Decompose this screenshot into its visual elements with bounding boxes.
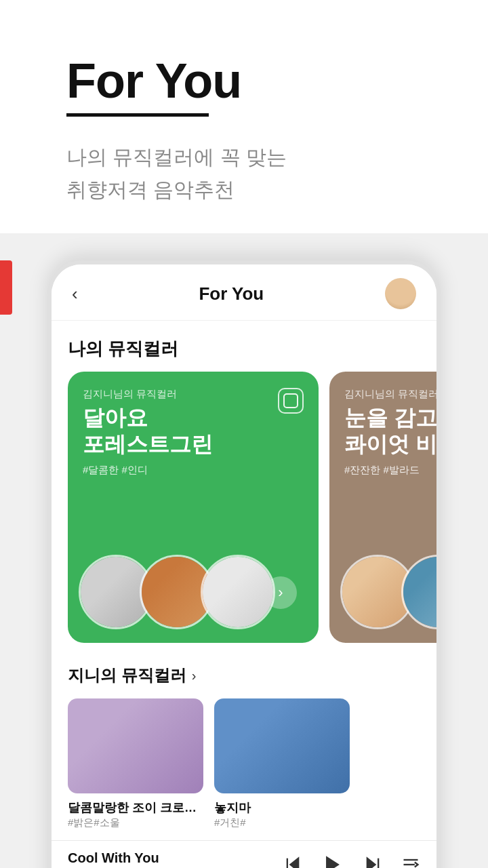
player-play-button[interactable]: [321, 853, 344, 868]
player-next-button[interactable]: [363, 855, 382, 868]
card-brown-tags: #잔잔한 #발라드: [344, 464, 436, 477]
card-green-title: 달아요 포레스트그린: [83, 405, 304, 457]
title-underline: [66, 113, 209, 117]
card-brown-label: 김지니님의 뮤직컬러: [344, 388, 436, 401]
card-brown-title: 눈을 감고 콰이엇 비스코: [344, 405, 436, 457]
genie-title-row: 지니의 뮤직컬러 ›: [68, 665, 420, 686]
player-artist: NewJeans: [68, 866, 283, 868]
svg-marker-2: [326, 856, 340, 868]
music-color-title: 나의 뮤직컬러: [68, 337, 420, 361]
music-card-brown[interactable]: 김지니님의 뮤직컬러 눈을 감고 콰이엇 비스코 #잔잔한 #발라드: [329, 372, 436, 643]
genie-card-1-tag: #거친#: [214, 816, 350, 829]
svg-marker-3: [367, 859, 375, 868]
card-green-label: 김지니님의 뮤직컬러: [83, 388, 304, 401]
img-3-bg: [203, 557, 273, 627]
avatar-image: [385, 278, 416, 309]
player-controls: [283, 853, 420, 868]
card-image-3: [201, 555, 275, 629]
genie-card-1[interactable]: 놓지마 #거친#: [214, 698, 350, 829]
genie-cards-row: 달콤말랑한 조이 크로커스 #밝은#소울 놓지마 #거친#: [68, 698, 420, 829]
genie-title: 지니의 뮤직컬러: [68, 665, 186, 686]
player-queue-button[interactable]: [401, 855, 420, 868]
img-5-bg: [403, 557, 436, 627]
genie-card-0-tag: #밝은#소울: [68, 816, 203, 829]
genie-arrow[interactable]: ›: [192, 668, 197, 684]
page-title: For You: [66, 54, 422, 108]
music-cards-row: 김지니님의 뮤직컬러 달아요 포레스트그린 #달콤한 #인디: [52, 372, 436, 643]
card-image-5: [401, 555, 436, 629]
back-button[interactable]: ‹: [72, 283, 78, 304]
genie-card-0-img: [68, 698, 203, 793]
phone-header: ‹ For You: [52, 264, 436, 321]
player-info: Cool With You NewJeans: [68, 850, 283, 868]
player-song: Cool With You: [68, 850, 283, 866]
card-green-images: ›: [79, 555, 308, 629]
genie-card-1-name: 놓지마: [214, 800, 350, 816]
phone-header-title: For You: [199, 283, 264, 304]
genie-section: 지니의 뮤직컬러 › 달콤말랑한 조이 크로커스 #밝은#소울 놓지마 #거친#: [52, 646, 436, 840]
phone-wrapper: ‹ For You 나의 뮤직컬러 김지니님의 뮤직컬러 달아요 포레스트그린 …: [0, 233, 488, 868]
genie-card-0[interactable]: 달콤말랑한 조이 크로커스 #밝은#소울: [68, 698, 203, 829]
instagram-icon[interactable]: [278, 388, 304, 414]
player-prev-button[interactable]: [283, 855, 302, 868]
page-subtitle: 나의 뮤직컬러에 꼭 맞는 취향저격 음악추천: [66, 141, 422, 206]
avatar[interactable]: [385, 278, 416, 309]
genie-card-0-name: 달콤말랑한 조이 크로커스: [68, 800, 203, 816]
card-brown-images: ›: [340, 555, 436, 629]
mini-player: Cool With You NewJeans: [52, 840, 436, 868]
top-section: For You 나의 뮤직컬러에 꼭 맞는 취향저격 음악추천: [0, 0, 488, 233]
music-card-green[interactable]: 김지니님의 뮤직컬러 달아요 포레스트그린 #달콤한 #인디: [68, 372, 319, 643]
music-color-section: 나의 뮤직컬러 김지니님의 뮤직컬러 달아요 포레스트그린 #달콤한 #인디: [52, 321, 436, 643]
red-bar-decoration: [0, 260, 12, 315]
genie-card-1-img: [214, 698, 350, 793]
svg-marker-0: [291, 859, 299, 868]
phone-mockup: ‹ For You 나의 뮤직컬러 김지니님의 뮤직컬러 달아요 포레스트그린 …: [47, 260, 441, 868]
card-green-tags: #달콤한 #인디: [83, 464, 304, 477]
